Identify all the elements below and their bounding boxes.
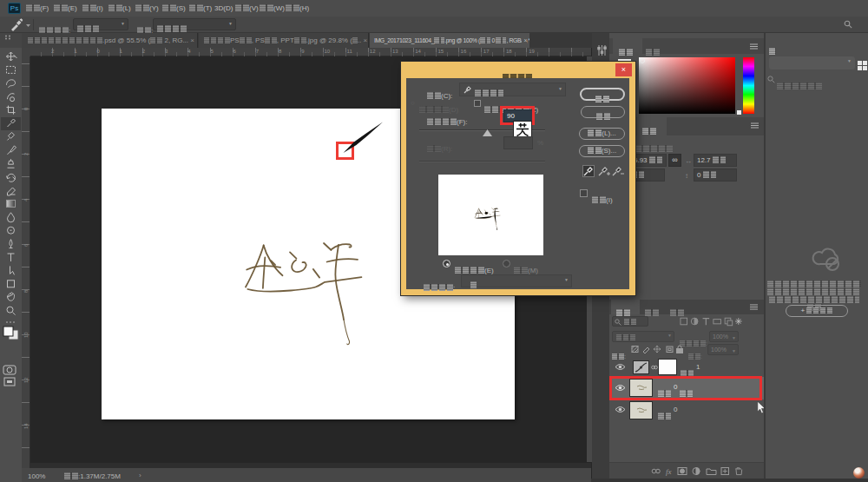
svg-text:fx: fx [666,467,672,476]
